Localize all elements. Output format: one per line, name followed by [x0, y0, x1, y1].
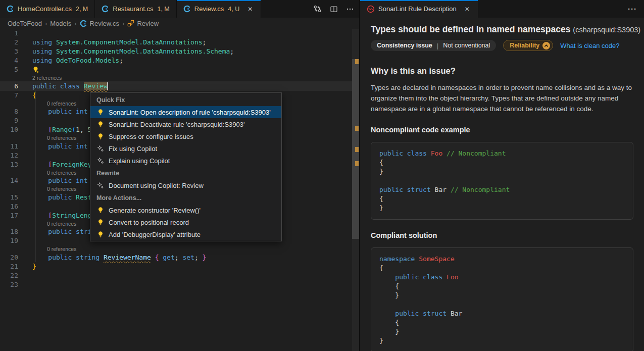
token: ( [72, 126, 76, 133]
token: public struct [379, 310, 451, 317]
tab-homecontroller-cs[interactable]: HomeController.cs2, M [0, 0, 95, 18]
menu-item-document-using-copilot-review[interactable]: Document using Copilot: Review [90, 179, 281, 191]
tab-restaurant-cs[interactable]: Restaurant.cs1, M [95, 0, 177, 18]
lightbulb-icon [96, 133, 105, 140]
token: [ [48, 212, 52, 219]
line-text: public string ReviewerName { get; set; } [32, 253, 206, 262]
token: } [32, 263, 36, 270]
menu-item-sonarlint-open-description-of-rule-cshar[interactable]: SonarLint: Open description of rule 'csh… [90, 106, 281, 118]
more-actions-icon[interactable] [346, 5, 354, 13]
close-icon[interactable]: ✕ [463, 5, 471, 13]
tab-review-cs[interactable]: Review.cs4, U✕ [177, 0, 262, 18]
line-number: 11 [0, 142, 18, 151]
editor-actions [313, 0, 354, 18]
token: { [379, 264, 383, 272]
breadcrumb-item-review-cs[interactable]: Review.cs [80, 20, 120, 27]
menu-item-label: Suppress or configure issues [109, 133, 193, 140]
menu-item-convert-to-positional-record[interactable]: Convert to positional record [90, 216, 281, 228]
csharp-file-icon [80, 20, 87, 27]
panel-tab-bar: SonarLint Rule Description ✕ ··· [360, 0, 644, 18]
clean-code-link[interactable]: What is clean code? [560, 42, 619, 49]
lightbulb-icon [96, 219, 105, 226]
editor-scrollbar[interactable] [352, 29, 359, 351]
open-changes-icon[interactable] [313, 5, 322, 13]
token: 1 [76, 126, 80, 133]
line-number: 1 [0, 29, 18, 38]
token: ; [194, 254, 199, 261]
token: SomeSpace [419, 255, 454, 263]
menu-item-explain-using-copilot[interactable]: Explain using Copilot [90, 155, 281, 167]
code-line: } [379, 204, 625, 213]
menu-item-generate-constructor-review-[interactable]: Generate constructor 'Review()' [90, 204, 281, 216]
token: StringLeng [52, 212, 91, 219]
code-line-4: 4using OdeToFood.Models; [0, 56, 359, 65]
token: Foo [447, 273, 458, 281]
token: using [32, 47, 52, 55]
code-line-1: 1 [0, 29, 359, 38]
token: { [379, 282, 399, 290]
line-number: 23 [0, 280, 18, 289]
token: public int [48, 177, 87, 184]
token [32, 142, 48, 150]
token: public class [379, 149, 431, 157]
compliant-heading: Compliant solution [371, 231, 633, 239]
menu-item-fix-using-copilot[interactable]: Fix using Copilot [90, 142, 281, 155]
code-line: } [379, 167, 625, 176]
current-line-highlight [0, 81, 353, 91]
token [32, 161, 48, 168]
tab-label: HomeController.cs [18, 5, 72, 13]
line-number: 21 [0, 262, 18, 271]
line-number: 9 [0, 116, 18, 125]
rule-badges: Consistency issue | Not conventional Rel… [371, 40, 633, 51]
code-line: } [379, 336, 625, 345]
csharp-file-icon [183, 5, 191, 13]
code-line: { [379, 318, 625, 327]
token: Foo [431, 149, 447, 157]
token: [ [48, 126, 52, 133]
breadcrumb-item-models[interactable]: Models [50, 20, 71, 27]
why-paragraph: Types are declared in namespaces in orde… [371, 82, 633, 114]
close-icon[interactable]: ✕ [246, 5, 254, 13]
more-actions-icon[interactable]: ··· [628, 0, 637, 18]
editor-group: HomeController.cs2, MRestaurant.cs1, MRe… [0, 0, 360, 351]
line-text: public stri [32, 227, 91, 236]
menu-item-label: Explain using Copilot [109, 157, 170, 165]
line-number: 2 [0, 38, 18, 47]
codelens-references[interactable]: 2 references [0, 74, 359, 82]
token: get [159, 254, 174, 261]
menu-section-header: Rewrite [90, 167, 281, 179]
breadcrumb-item-review[interactable]: Review [127, 20, 159, 27]
code-line: { [379, 158, 625, 167]
breadcrumb-label: Review [137, 20, 159, 27]
menu-item-suppress-or-configure-issues[interactable]: Suppress or configure issues [90, 130, 281, 142]
token: public [48, 193, 76, 201]
tab-sonarlint-rule-description[interactable]: SonarLint Rule Description ✕ [360, 0, 478, 18]
codelens-references[interactable]: 0 references [0, 245, 359, 253]
rule-title-text: Types should be defined in named namespa… [371, 24, 570, 34]
menu-item-sonarlint-deactivate-rule-csharpsquid-s3[interactable]: SonarLint: Deactivate rule 'csharpsquid:… [90, 118, 281, 130]
token: // Noncompliant [451, 186, 510, 193]
code-line [379, 300, 625, 309]
rule-description-content: Types should be defined in named namespa… [360, 18, 644, 351]
breadcrumb-separator: › [45, 20, 47, 27]
menu-item-add-debuggerdisplay-attribute[interactable]: Add 'DebuggerDisplay' attribute [90, 228, 281, 240]
menu-item-label: Add 'DebuggerDisplay' attribute [109, 231, 201, 238]
tab-label: Restaurant.cs [113, 5, 153, 13]
token: public string [48, 254, 104, 261]
token: } [199, 254, 207, 261]
breadcrumb-item-odetofood[interactable]: OdeToFood [8, 20, 42, 27]
warning-marker [355, 59, 359, 64]
code-line [379, 176, 625, 185]
line-number: 16 [0, 202, 18, 211]
token: public class [379, 273, 447, 281]
token: ; [203, 38, 207, 46]
split-editor-icon[interactable] [330, 5, 338, 13]
tab-git-badge: 2, M [76, 6, 88, 13]
line-number: 20 [0, 253, 18, 262]
breadcrumb-label: OdeToFood [8, 20, 42, 27]
token: public int [48, 108, 87, 115]
line-text: using OdeToFood.Models; [32, 56, 123, 65]
code-line: public struct Bar [379, 309, 625, 318]
reliability-badge[interactable]: Reliability [503, 40, 553, 51]
code-editor[interactable]: 12using System.ComponentModel.DataAnnota… [0, 29, 359, 351]
